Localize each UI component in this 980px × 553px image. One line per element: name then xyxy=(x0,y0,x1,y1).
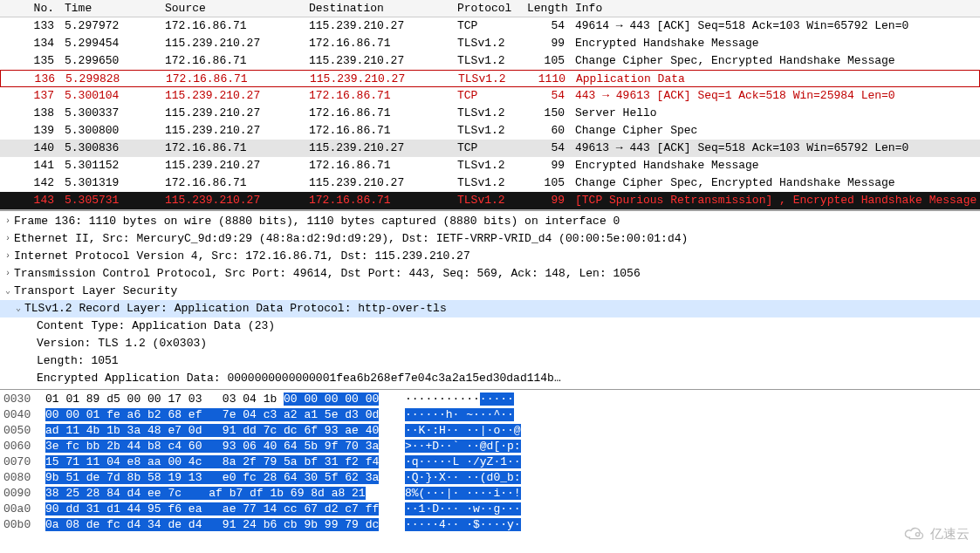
packet-row[interactable]: 1435.305731115.239.210.27172.16.86.71TLS… xyxy=(0,192,980,209)
packet-cell: 136 xyxy=(1,71,62,86)
detail-tcp[interactable]: ›Transmission Control Protocol, Src Port… xyxy=(0,265,980,283)
expand-icon[interactable]: › xyxy=(2,248,14,265)
watermark: 亿速云 xyxy=(902,525,970,535)
packet-cell: 5.299650 xyxy=(61,52,161,70)
collapse-icon[interactable]: ⌄ xyxy=(2,283,14,300)
packet-list-pane: No. Time Source Destination Protocol Len… xyxy=(0,0,980,210)
col-header-dest[interactable]: Destination xyxy=(305,0,454,17)
detail-version[interactable]: Version: TLS 1.2 (0x0303) xyxy=(0,335,980,352)
hex-bytes: 15 71 11 04 e8 aa 00 4c 8a 2f 79 5a bf 3… xyxy=(45,454,394,470)
expand-icon[interactable]: › xyxy=(2,265,14,283)
hex-ascii: ·Q·}·X·· ··(d0_b: xyxy=(394,470,543,486)
packet-cell: 172.16.86.71 xyxy=(305,122,454,140)
hex-offset: 00a0 xyxy=(3,502,45,517)
svg-point-0 xyxy=(915,533,919,535)
detail-tls[interactable]: ⌄Transport Layer Security xyxy=(0,283,980,300)
hex-row[interactable]: 00809b 51 de 7d 8b 58 19 13 e0 fc 28 64 … xyxy=(3,470,977,486)
packet-cell: 172.16.86.71 xyxy=(305,87,454,105)
packet-cell: TLSv1.2 xyxy=(454,157,524,174)
packet-cell: 172.16.86.71 xyxy=(161,140,305,157)
packet-cell: 115.239.210.27 xyxy=(161,192,305,209)
packet-cell: TLSv1.2 xyxy=(454,35,524,52)
packet-cell: Application Data xyxy=(572,71,979,86)
hex-row[interactable]: 00603e fc bb 2b 44 b8 c4 60 93 06 40 64 … xyxy=(3,439,977,454)
packet-cell: 172.16.86.71 xyxy=(305,105,454,122)
detail-content-type[interactable]: Content Type: Application Data (23) xyxy=(0,317,980,335)
packet-row[interactable]: 1355.299650172.16.86.71115.239.210.27TLS… xyxy=(0,52,980,70)
col-header-info[interactable]: Info xyxy=(572,0,980,17)
packet-cell: 1110 xyxy=(524,71,572,86)
watermark-text: 亿速云 xyxy=(930,526,970,536)
hex-row[interactable]: 009038 25 28 84 d4 ee 7c af b7 df 1b 69 … xyxy=(3,486,977,502)
packet-row[interactable]: 1395.300800115.239.210.27172.16.86.71TLS… xyxy=(0,122,980,140)
hex-row[interactable]: 007015 71 11 04 e8 aa 00 4c 8a 2f 79 5a … xyxy=(3,454,977,470)
packet-row[interactable]: 1335.297972172.16.86.71115.239.210.27TCP… xyxy=(0,17,980,35)
expand-icon[interactable]: › xyxy=(2,230,14,248)
packet-cell: 172.16.86.71 xyxy=(161,52,305,70)
collapse-icon[interactable]: ⌄ xyxy=(12,300,24,317)
packet-row[interactable]: 1425.301319172.16.86.71115.239.210.27TLS… xyxy=(0,174,980,192)
packet-cell: 5.300104 xyxy=(61,87,161,105)
detail-ethernet[interactable]: ›Ethernet II, Src: MercuryC_9d:d9:29 (48… xyxy=(0,230,980,248)
hex-offset: 0070 xyxy=(3,454,45,470)
packet-cell: 5.299828 xyxy=(62,71,162,86)
packet-row[interactable]: 1375.300104115.239.210.27172.16.86.71TCP… xyxy=(0,87,980,105)
packet-cell: 99 xyxy=(524,157,572,174)
packet-cell: 5.305731 xyxy=(61,192,161,209)
packet-row[interactable]: 1385.300337115.239.210.27172.16.86.71TLS… xyxy=(0,105,980,122)
detail-tls-record[interactable]: ⌄TLSv1.2 Record Layer: Application Data … xyxy=(0,300,980,317)
packet-cell: Change Cipher Spec, Encrypted Handshake … xyxy=(572,174,980,192)
detail-ip[interactable]: ›Internet Protocol Version 4, Src: 172.1… xyxy=(0,248,980,265)
packet-cell: Change Cipher Spec xyxy=(572,122,980,140)
packet-cell: 115.239.210.27 xyxy=(305,174,454,192)
col-header-proto[interactable]: Protocol xyxy=(454,0,524,17)
hex-bytes: 9b 51 de 7d 8b 58 19 13 e0 fc 28 64 30 5… xyxy=(45,470,394,486)
hex-ascii: >··+D··` ··@d[·p: xyxy=(394,439,543,454)
hex-row[interactable]: 00b00a 08 de fc d4 34 de d4 91 24 b6 cb … xyxy=(3,517,977,533)
packet-cell: 49614 → 443 [ACK] Seq=518 Ack=103 Win=65… xyxy=(572,17,980,35)
packet-cell: 115.239.210.27 xyxy=(305,140,454,157)
packet-cell: Server Hello xyxy=(572,105,980,122)
packet-cell: 142 xyxy=(0,174,61,192)
packet-list-body: 1335.297972172.16.86.71115.239.210.27TCP… xyxy=(0,17,980,209)
packet-row[interactable]: 1405.300836172.16.86.71115.239.210.27TCP… xyxy=(0,140,980,157)
packet-cell: 49613 → 443 [ACK] Seq=518 Ack=103 Win=65… xyxy=(572,140,980,157)
hex-ascii: ·q·····L ·/yZ·1·· xyxy=(394,454,543,470)
packet-cell: 172.16.86.71 xyxy=(162,71,306,86)
col-header-no[interactable]: No. xyxy=(0,0,61,17)
col-header-time[interactable]: Time xyxy=(61,0,161,17)
packet-cell: 172.16.86.71 xyxy=(161,17,305,35)
hex-row[interactable]: 0050ad 11 4b 1b 3a 48 e7 0d 91 dd 7c dc … xyxy=(3,423,977,439)
packet-cell: TLSv1.2 xyxy=(454,52,524,70)
detail-frame[interactable]: ›Frame 136: 1110 bytes on wire (8880 bit… xyxy=(0,213,980,230)
hex-row[interactable]: 00a090 dd 31 d1 44 95 f6 ea ae 77 14 cc … xyxy=(3,502,977,517)
hex-row[interactable]: 004000 00 01 fe a6 b2 68 ef 7e 04 c3 a2 … xyxy=(3,407,977,423)
packet-cell: 134 xyxy=(0,35,61,52)
packet-cell: 115.239.210.27 xyxy=(305,17,454,35)
hex-ascii: ··K·:H·· ··|·o··@ xyxy=(394,423,543,439)
hex-offset: 0080 xyxy=(3,470,45,486)
hex-bytes: 01 01 89 d5 00 00 17 03 03 04 1b 00 00 0… xyxy=(45,392,394,407)
packet-cell: 135 xyxy=(0,52,61,70)
hex-offset: 0060 xyxy=(3,439,45,454)
packet-cell: 115.239.210.27 xyxy=(306,71,455,86)
packet-cell: 54 xyxy=(524,140,572,157)
packet-row[interactable]: 1415.301152115.239.210.27172.16.86.71TLS… xyxy=(0,157,980,174)
packet-row[interactable]: 1365.299828172.16.86.71115.239.210.27TLS… xyxy=(0,70,980,87)
hex-bytes: ad 11 4b 1b 3a 48 e7 0d 91 dd 7c dc 6f 9… xyxy=(45,423,394,439)
col-header-source[interactable]: Source xyxy=(161,0,305,17)
hex-row[interactable]: 003001 01 89 d5 00 00 17 03 03 04 1b 00 … xyxy=(3,392,977,407)
packet-cell: 443 → 49613 [ACK] Seq=1 Ack=518 Win=2598… xyxy=(572,87,980,105)
col-header-length[interactable]: Length xyxy=(524,0,572,17)
hex-ascii: ··1·D··· ·w··g··· xyxy=(394,502,543,517)
hex-offset: 0090 xyxy=(3,486,45,502)
packet-cell: 139 xyxy=(0,122,61,140)
packet-cell: 5.300337 xyxy=(61,105,161,122)
hex-bytes: 38 25 28 84 d4 ee 7c af b7 df 1b 69 8d a… xyxy=(45,486,394,502)
packet-row[interactable]: 1345.299454115.239.210.27172.16.86.71TLS… xyxy=(0,35,980,52)
hex-ascii: ················ xyxy=(394,392,543,407)
packet-cell: TCP xyxy=(454,17,524,35)
detail-encrypted-data[interactable]: Encrypted Application Data: 000000000000… xyxy=(0,370,980,387)
detail-length[interactable]: Length: 1051 xyxy=(0,352,980,370)
expand-icon[interactable]: › xyxy=(2,213,14,230)
